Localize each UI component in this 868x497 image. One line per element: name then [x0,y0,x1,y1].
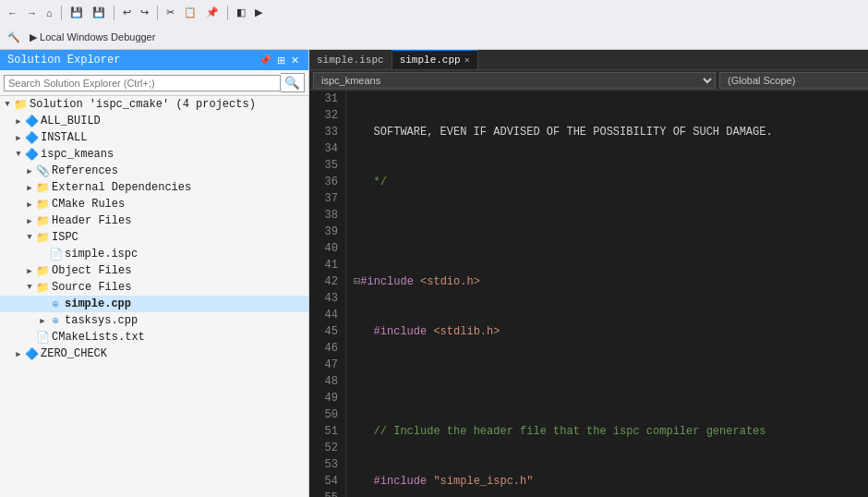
ln-55: 55 [313,490,338,497]
forward-btn[interactable]: → [23,6,41,20]
tree-item-all-build[interactable]: ▶ 🔷 ALL_BUILD [0,113,308,129]
external-dep-icon: 📁 [35,181,50,195]
ispc-kmeans-label: ispc_kmeans [41,148,114,161]
search-input[interactable] [4,75,281,91]
redo-btn[interactable]: ↪ [137,5,152,20]
tab-bar: simple.ispc simple.cpp ✕ [309,50,868,70]
pin2-btn[interactable]: ⊞ [275,55,287,67]
code-area[interactable]: 31 32 33 34 35 36 37 38 39 40 41 42 43 4… [309,91,868,497]
copy-btn[interactable]: 📋 [180,5,200,20]
ln-45: 45 [313,323,338,340]
tree-item-cmake-rules[interactable]: ▶ 📁 CMake Rules [0,196,308,212]
cmake-rules-icon: 📁 [35,198,50,212]
back-btn[interactable]: ← [4,6,21,20]
run-btn[interactable]: ▶ Local Windows Debugger [26,30,159,45]
object-files-icon: 📁 [35,264,50,278]
tree-item-references[interactable]: ▶ 📎 References [0,163,308,179]
ln-32: 32 [313,107,338,124]
install-icon: 🔷 [24,131,39,145]
tree-item-ispc-kmeans[interactable]: ▼ 🔷 ispc_kmeans [0,146,308,163]
undo-btn[interactable]: ↩ [119,5,135,20]
ln-39: 39 [313,224,338,240]
ispc-toggle: ▼ [24,233,35,242]
simple-cpp-file-icon: ⊕ [48,297,63,311]
install-toggle: ▶ [13,133,24,143]
object-files-toggle: ▶ [24,266,35,276]
ispc-folder-icon: 📁 [35,231,50,245]
file-location-dropdown[interactable]: ispc_kmeans [313,72,716,89]
tree-item-cmakelists[interactable]: ▶ 📄 CMakeLists.txt [0,329,308,345]
code-content[interactable]: SOFTWARE, EVEN IF ADVISED OF THE POSSIBI… [346,91,868,497]
code-line-34: ⊟#include <stdio.h> [354,273,868,290]
close-panel-btn[interactable]: ✕ [289,55,301,67]
tree-item-external-dep[interactable]: ▶ 📁 External Dependencies [0,179,308,196]
tree-item-simple-ispc[interactable]: ▶ 📄 simple.ispc [0,246,308,262]
home-btn[interactable]: ⌂ [42,6,56,20]
references-toggle: ▶ [24,166,35,176]
tab-simple-cpp[interactable]: simple.cpp ✕ [392,50,478,69]
solution-explorer-header: Solution Explorer 📌 ⊞ ✕ [0,50,308,70]
simple-cpp-file-label: simple.cpp [65,297,131,310]
zero-check-label: ZERO_CHECK [41,347,107,360]
tree-item-install[interactable]: ▶ 🔷 INSTALL [0,129,308,146]
all-build-toggle: ▶ [13,116,24,127]
toolbar-top: ← → ⌂ 💾 💾 ↩ ↪ ✂ 📋 📌 ◧ ▶ [0,0,868,25]
ln-41: 41 [313,257,338,273]
cut-btn[interactable]: ✂ [163,5,178,20]
tree-item-ispc[interactable]: ▼ 📁 ISPC [0,229,308,246]
code-line-37: // Include the header file that the ispc… [354,423,868,440]
ln-34: 34 [313,140,338,157]
pin-btn[interactable]: 📌 [257,55,273,67]
code-line-33 [354,224,868,240]
external-dep-label: External Dependencies [52,181,191,194]
external-dep-toggle: ▶ [24,183,35,193]
ln-52: 52 [313,440,338,456]
ispc-kmeans-icon: 🔷 [24,148,39,162]
all-build-icon: 🔷 [24,115,39,128]
code-line-38: #include "simple_ispc.h" [354,473,868,490]
sep2 [114,6,115,20]
scope-dropdown[interactable]: (Global Scope) [719,72,868,89]
solution-explorer-panel: Solution Explorer 📌 ⊞ ✕ 🔍 ▼ 📁 Solution '… [0,50,309,497]
cmake-rules-label: CMake Rules [52,198,125,211]
tab-simple-ispc-label: simple.ispc [317,55,384,66]
tab-close-icon[interactable]: ✕ [464,55,470,66]
ln-37: 37 [313,190,338,207]
save-btn[interactable]: 💾 [66,5,87,20]
location-bar: ispc_kmeans (Global Scope) [309,70,868,91]
sep1 [61,6,62,20]
ln-36: 36 [313,174,338,190]
ispc-label: ISPC [52,231,78,244]
debug-btn[interactable]: ▶ [251,5,266,20]
tree-item-header-files[interactable]: ▶ 📁 Header Files [0,212,308,229]
tree-item-zero-check[interactable]: ▶ 🔷 ZERO_CHECK [0,345,308,362]
paste-btn[interactable]: 📌 [202,5,223,20]
source-files-icon: 📁 [35,281,50,295]
toolbar-bottom: 🔨 ▶ Local Windows Debugger [0,25,868,49]
header-files-toggle: ▶ [24,216,35,226]
ln-43: 43 [313,290,338,307]
tree-item-object-files[interactable]: ▶ 📁 Object Files [0,262,308,279]
zero-check-icon: 🔷 [24,347,39,361]
all-build-label: ALL_BUILD [41,115,101,127]
search-icon-button[interactable]: 🔍 [281,73,305,92]
ln-50: 50 [313,406,338,423]
build-btn[interactable]: 🔨 [4,30,24,45]
code-line-36 [354,373,868,390]
solution-root[interactable]: ▼ 📁 Solution 'ispc_cmake' (4 projects) [0,96,308,113]
ln-48: 48 [313,373,338,390]
ln-35: 35 [313,157,338,174]
solution-tree: ▼ 📁 Solution 'ispc_cmake' (4 projects) ▶… [0,96,308,497]
header-files-icon: 📁 [35,214,50,228]
tree-item-source-files[interactable]: ▼ 📁 Source Files [0,279,308,296]
save-all-btn[interactable]: 💾 [89,5,109,20]
ln-33: 33 [313,124,338,140]
tab-simple-ispc[interactable]: simple.ispc [309,50,392,69]
tree-item-tasksys-cpp[interactable]: ▶ ⊕ tasksys.cpp [0,312,308,329]
ln-42: 42 [313,273,338,290]
view-btn[interactable]: ◧ [233,5,249,20]
tree-item-simple-cpp[interactable]: ▶ ⊕ simple.cpp [0,296,308,312]
tab-simple-cpp-label: simple.cpp [400,55,461,66]
ln-38: 38 [313,207,338,224]
references-label: References [52,164,118,177]
